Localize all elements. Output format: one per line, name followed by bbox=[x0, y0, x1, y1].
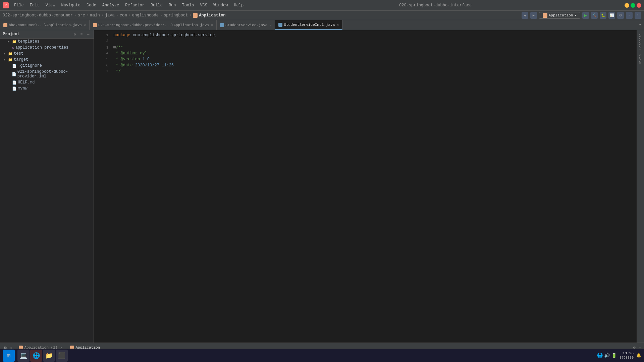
line-num-7: 7 bbox=[97, 69, 108, 73]
menu-refactor[interactable]: Refactor bbox=[122, 2, 147, 8]
menu-tools[interactable]: Tools bbox=[179, 2, 197, 8]
code-line-5: 5 * @version 1.0 bbox=[94, 57, 637, 63]
right-panel-maven[interactable]: Maven bbox=[638, 52, 643, 66]
taskbar-start-button[interactable]: ⊞ bbox=[3, 350, 15, 362]
tray-volume-icon[interactable]: 🔊 bbox=[604, 353, 610, 358]
code-content-7: */ bbox=[113, 69, 121, 74]
tab-label-student-service: StudentService.java bbox=[225, 23, 267, 27]
vcs-push-button[interactable]: ↑ bbox=[635, 12, 641, 19]
breadcrumb-springboot[interactable]: springboot bbox=[164, 13, 188, 18]
code-content-6: * @date 2020/10/27 11:26 bbox=[113, 63, 174, 68]
tabs-overflow-button[interactable]: ▾ bbox=[636, 22, 644, 27]
tree-label-templates: templates bbox=[18, 39, 40, 44]
menu-code[interactable]: Code bbox=[84, 2, 99, 8]
breadcrumb-englishcode[interactable]: englishcode bbox=[132, 13, 159, 18]
tree-item-help[interactable]: 📄 HELP.md bbox=[0, 79, 94, 85]
tree-item-templates[interactable]: ▶ 📁 templates bbox=[0, 39, 94, 45]
code-line-4: 4 * @author cyl bbox=[94, 51, 637, 57]
build-button[interactable]: 🔨 bbox=[591, 12, 598, 19]
tab-icon-consumer bbox=[3, 23, 7, 27]
app-run-button[interactable]: Application ▾ bbox=[539, 12, 580, 19]
code-content-3: ⊟/** bbox=[113, 45, 123, 50]
breadcrumb-src[interactable]: src bbox=[78, 13, 85, 18]
tab-application-consumer[interactable]: bbo-consumer\...\Application.java ✕ bbox=[0, 20, 90, 30]
profile-button[interactable]: ⏱ bbox=[617, 12, 624, 19]
tree-arrow-target: ▶ bbox=[4, 58, 7, 62]
menu-view[interactable]: View bbox=[43, 2, 58, 8]
file-icon-app-properties: ⚙ bbox=[12, 46, 14, 50]
tab-label-provider: 021-springboot-dubbo-provider\...\Applic… bbox=[98, 23, 209, 27]
tab-close-consumer[interactable]: ✕ bbox=[84, 23, 86, 27]
taskbar-right: 🌐 🔊 🔋 13:26 3768330 🔔 bbox=[597, 351, 641, 360]
taskbar-notification-icon[interactable]: 🔔 bbox=[636, 353, 641, 358]
right-panel-database[interactable]: Database bbox=[638, 32, 643, 52]
menu-edit[interactable]: Edit bbox=[27, 2, 42, 8]
run-button[interactable]: ▶ bbox=[582, 12, 589, 19]
project-tree-title: Project bbox=[3, 32, 70, 37]
project-tree-header: Project ⚙ ≡ — bbox=[0, 30, 94, 39]
breadcrumb-sep: › bbox=[74, 13, 76, 18]
tab-label-student-service-impl: StudentServiceImpl.java bbox=[284, 23, 335, 27]
tab-close-student-service-impl[interactable]: ✕ bbox=[337, 23, 339, 27]
tray-battery-icon[interactable]: 🔋 bbox=[611, 353, 617, 358]
tree-collapse-button[interactable]: ≡ bbox=[79, 32, 84, 37]
tray-network-icon[interactable]: 🌐 bbox=[597, 353, 603, 358]
close-button[interactable] bbox=[637, 3, 641, 8]
menu-window[interactable]: Window bbox=[211, 2, 230, 8]
tree-settings-button[interactable]: ⚙ bbox=[72, 32, 77, 37]
tree-item-target[interactable]: ▶ 📁 target bbox=[0, 57, 94, 63]
menu-run[interactable]: Run bbox=[166, 2, 179, 8]
breadcrumb-main[interactable]: main bbox=[90, 13, 100, 18]
vcs-update-button[interactable]: ↓ bbox=[626, 12, 633, 19]
code-content-5: * @version 1.0 bbox=[113, 57, 150, 62]
taskbar-app-terminal[interactable]: ⬛ bbox=[56, 350, 68, 362]
menu-build[interactable]: Build bbox=[148, 2, 165, 8]
maximize-button[interactable] bbox=[631, 3, 635, 8]
tab-close-student-service[interactable]: ✕ bbox=[269, 23, 271, 27]
menu-navigate[interactable]: Navigate bbox=[58, 2, 83, 8]
taskbar-apps: 💻 🌐 📁 ⬛ bbox=[17, 350, 68, 362]
nav-forward-button[interactable]: ▶ bbox=[530, 12, 537, 19]
nav-back-button[interactable]: ◀ bbox=[522, 12, 528, 19]
tab-student-service-impl[interactable]: StudentServiceImpl.java ✕ bbox=[275, 20, 342, 30]
tab-label-consumer: bbo-consumer\...\Application.java bbox=[9, 23, 82, 27]
run-config-label: Application bbox=[549, 13, 573, 17]
tree-item-iml[interactable]: 📄 021-springboot-dubbo-provider.iml bbox=[0, 69, 94, 79]
tree-label-target: target bbox=[14, 57, 28, 62]
tree-item-mvnw[interactable]: 📄 mvnw bbox=[0, 85, 94, 92]
line-num-1: 1 bbox=[97, 33, 108, 37]
code-editor: 1 package com.englishcode.springboot.ser… bbox=[94, 30, 637, 343]
tree-item-gitignore[interactable]: 📄 .gitignore bbox=[0, 63, 94, 69]
window-controls bbox=[625, 3, 641, 8]
menu-help[interactable]: Help bbox=[231, 2, 246, 8]
tree-item-app-properties[interactable]: ⚙ application.properties bbox=[0, 45, 94, 51]
tab-student-service[interactable]: StudentService.java ✕ bbox=[217, 20, 275, 30]
taskbar-app-intellij[interactable]: 💻 bbox=[17, 350, 30, 362]
tab-close-provider[interactable]: ✕ bbox=[211, 23, 213, 27]
taskbar-app-chrome[interactable]: 🌐 bbox=[30, 350, 42, 362]
tree-item-test[interactable]: ▶ 📁 test bbox=[0, 51, 94, 57]
taskbar-app-explorer[interactable]: 📁 bbox=[43, 350, 55, 362]
tree-label-gitignore: .gitignore bbox=[18, 63, 42, 68]
coverage-button[interactable]: 📊 bbox=[608, 12, 615, 19]
menu-analyze[interactable]: Analyze bbox=[100, 2, 122, 8]
minimize-button[interactable] bbox=[625, 3, 629, 8]
folder-icon-templates: 📁 bbox=[12, 40, 17, 44]
main-layout: Project ⚙ ≡ — ▶ 📁 templates ⚙ applicatio… bbox=[0, 30, 644, 343]
tree-close-button[interactable]: — bbox=[86, 32, 91, 37]
line-num-3: 3 bbox=[97, 46, 108, 50]
title-bar: P File Edit View Navigate Code Analyze R… bbox=[0, 0, 644, 11]
breadcrumb-java[interactable]: java bbox=[105, 13, 115, 18]
editor-tabs: bbo-consumer\...\Application.java ✕ 021-… bbox=[0, 20, 644, 30]
debug-button[interactable]: 🐛 bbox=[600, 12, 606, 19]
breadcrumb-com[interactable]: com bbox=[120, 13, 127, 18]
code-line-1: 1 package com.englishcode.springboot.ser… bbox=[94, 33, 637, 39]
menu-file[interactable]: File bbox=[11, 2, 26, 8]
taskbar-time[interactable]: 13:26 3768330 bbox=[620, 351, 634, 360]
code-line-2: 2 bbox=[94, 39, 637, 45]
breadcrumb-project[interactable]: 022-springboot-dubbo-consumer bbox=[3, 13, 73, 18]
menu-vcs[interactable]: VCS bbox=[198, 2, 210, 8]
run-config-icon bbox=[543, 13, 547, 18]
tab-application-provider[interactable]: 021-springboot-dubbo-provider\...\Applic… bbox=[90, 20, 217, 30]
line-num-6: 6 bbox=[97, 63, 108, 67]
